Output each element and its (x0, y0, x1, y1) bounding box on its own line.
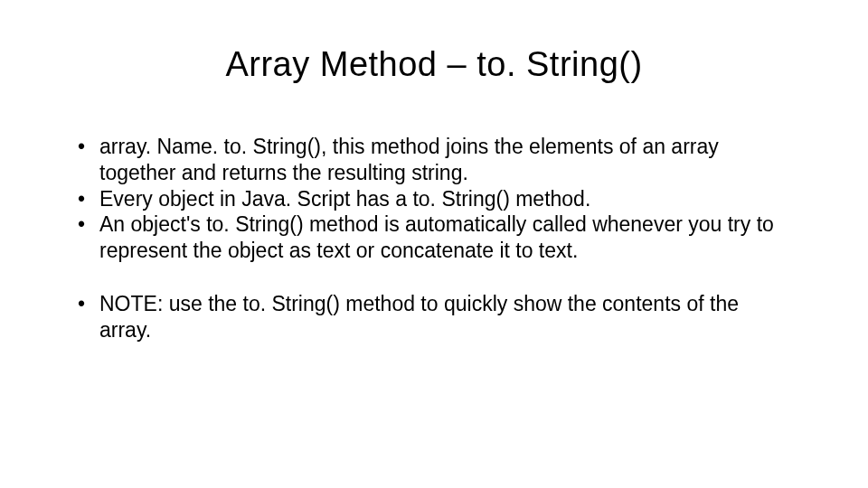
bullet-text: array. Name. to. String(), this method j… (99, 134, 796, 186)
slide-title: Array Method – to. String() (72, 45, 796, 84)
bullet-text: NOTE: use the to. String() method to qui… (99, 291, 796, 343)
spacer (72, 264, 796, 291)
bullet-item: array. Name. to. String(), this method j… (72, 134, 796, 186)
bullet-text: An object's to. String() method is autom… (99, 211, 796, 264)
bullet-text: Every object in Java. Script has a to. S… (99, 186, 796, 212)
bullet-item: Every object in Java. Script has a to. S… (72, 186, 796, 212)
slide-content: array. Name. to. String(), this method j… (72, 134, 796, 343)
bullet-item-note: NOTE: use the to. String() method to qui… (72, 291, 796, 343)
slide-container: Array Method – to. String() array. Name.… (0, 0, 868, 488)
bullet-item: An object's to. String() method is autom… (72, 211, 796, 264)
